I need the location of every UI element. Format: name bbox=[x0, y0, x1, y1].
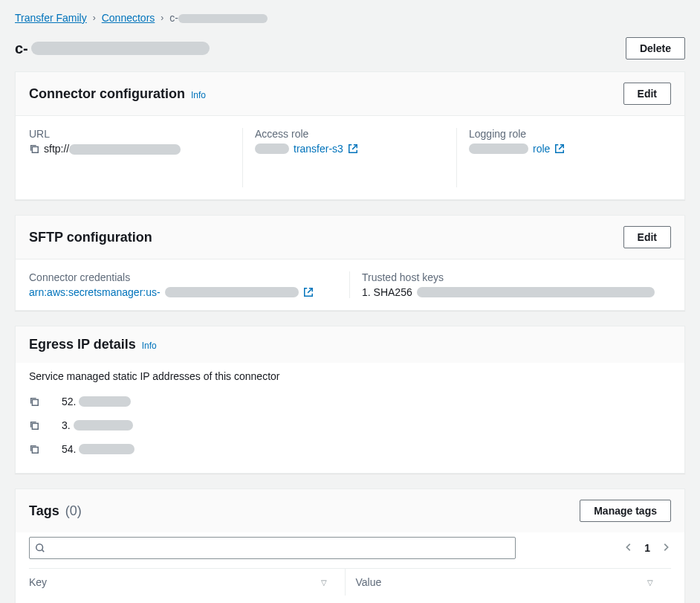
redacted-mask bbox=[31, 42, 210, 55]
info-link[interactable]: Info bbox=[191, 90, 206, 100]
access-role-field: Access role transfer-s3 bbox=[243, 128, 457, 187]
pager-page-number: 1 bbox=[644, 542, 650, 554]
tags-value-column-header[interactable]: Value ▽ bbox=[346, 569, 672, 596]
sort-icon: ▽ bbox=[321, 578, 327, 587]
redacted-mask bbox=[417, 287, 655, 297]
trusted-host-key-value: 1. SHA256 bbox=[362, 286, 412, 298]
external-link-icon[interactable] bbox=[303, 287, 314, 297]
sftp-config-title: SFTP configuration bbox=[29, 230, 152, 245]
logging-role-field: Logging role role bbox=[457, 128, 671, 187]
copy-icon[interactable] bbox=[29, 144, 39, 154]
egress-ip-row: 52. bbox=[29, 390, 671, 413]
page-header: c- Delete bbox=[15, 37, 685, 59]
svg-rect-0 bbox=[32, 147, 38, 153]
copy-icon[interactable] bbox=[29, 420, 39, 431]
sort-icon: ▽ bbox=[647, 578, 653, 587]
egress-ip-row: 3. bbox=[29, 413, 671, 437]
redacted-mask bbox=[165, 287, 299, 297]
svg-point-4 bbox=[36, 544, 43, 551]
tags-pager: 1 bbox=[623, 542, 671, 555]
search-icon bbox=[35, 543, 45, 553]
egress-ip-panel: Egress IP details Info Service managed s… bbox=[15, 326, 685, 474]
svg-rect-1 bbox=[32, 399, 38, 405]
trusted-host-keys-label: Trusted host keys bbox=[362, 271, 671, 283]
url-field: URL sftp:// bbox=[29, 128, 243, 187]
redacted-mask bbox=[79, 396, 131, 407]
connector-config-panel: Connector configuration Info Edit URL sf… bbox=[15, 71, 685, 200]
sftp-config-panel: SFTP configuration Edit Connector creden… bbox=[15, 215, 685, 311]
delete-button[interactable]: Delete bbox=[626, 37, 685, 59]
redacted-mask bbox=[178, 14, 268, 23]
edit-sftp-config-button[interactable]: Edit bbox=[623, 226, 671, 248]
logging-role-label: Logging role bbox=[469, 128, 671, 140]
breadcrumb-section[interactable]: Connectors bbox=[102, 12, 155, 24]
logging-role-link[interactable]: role bbox=[533, 143, 550, 155]
chevron-right-icon: › bbox=[161, 13, 163, 23]
redacted-mask bbox=[69, 144, 181, 155]
tags-title: Tags (0) bbox=[29, 503, 82, 519]
breadcrumb-root[interactable]: Transfer Family bbox=[15, 12, 87, 24]
access-role-label: Access role bbox=[255, 128, 444, 140]
info-link[interactable]: Info bbox=[142, 341, 157, 351]
egress-description: Service managed static IP addresses of t… bbox=[29, 370, 671, 382]
trusted-host-keys-field: Trusted host keys 1. SHA256 bbox=[350, 271, 671, 298]
breadcrumb-current: c- bbox=[169, 12, 268, 24]
redacted-mask bbox=[469, 144, 528, 154]
external-link-icon[interactable] bbox=[348, 144, 358, 154]
url-label: URL bbox=[29, 128, 230, 140]
egress-ip-value: 3. bbox=[62, 419, 71, 431]
tags-search-input[interactable] bbox=[29, 537, 516, 559]
egress-ip-row: 54. bbox=[29, 437, 671, 461]
copy-icon[interactable] bbox=[29, 396, 39, 407]
svg-rect-3 bbox=[32, 447, 38, 453]
tags-table-header: Key ▽ Value ▽ bbox=[29, 568, 671, 596]
pager-prev-button[interactable] bbox=[623, 542, 634, 555]
credentials-label: Connector credentials bbox=[29, 271, 337, 283]
edit-connector-config-button[interactable]: Edit bbox=[623, 83, 671, 105]
tags-key-column-header[interactable]: Key ▽ bbox=[29, 569, 346, 596]
external-link-icon[interactable] bbox=[554, 144, 565, 154]
url-value: sftp:// bbox=[44, 143, 181, 155]
page-title: c- bbox=[15, 40, 210, 57]
egress-ip-title: Egress IP details Info bbox=[29, 337, 157, 352]
pager-next-button[interactable] bbox=[661, 542, 671, 555]
connector-config-title: Connector configuration Info bbox=[29, 86, 206, 102]
manage-tags-button[interactable]: Manage tags bbox=[580, 500, 671, 522]
tags-panel: Tags (0) Manage tags 1 bbox=[15, 488, 685, 603]
tags-count: (0) bbox=[65, 503, 82, 519]
egress-ip-value: 52. bbox=[62, 396, 76, 407]
breadcrumb: Transfer Family › Connectors › c- bbox=[15, 12, 685, 33]
access-role-link[interactable]: transfer-s3 bbox=[294, 143, 343, 155]
copy-icon[interactable] bbox=[29, 444, 39, 454]
credentials-link[interactable]: arn:aws:secretsmanager:us- bbox=[29, 286, 161, 298]
egress-ip-value: 54. bbox=[62, 443, 76, 455]
svg-rect-2 bbox=[32, 423, 38, 429]
credentials-field: Connector credentials arn:aws:secretsman… bbox=[29, 271, 350, 298]
redacted-mask bbox=[79, 444, 135, 454]
chevron-right-icon: › bbox=[93, 13, 96, 23]
redacted-mask bbox=[255, 144, 289, 154]
redacted-mask bbox=[74, 420, 133, 431]
